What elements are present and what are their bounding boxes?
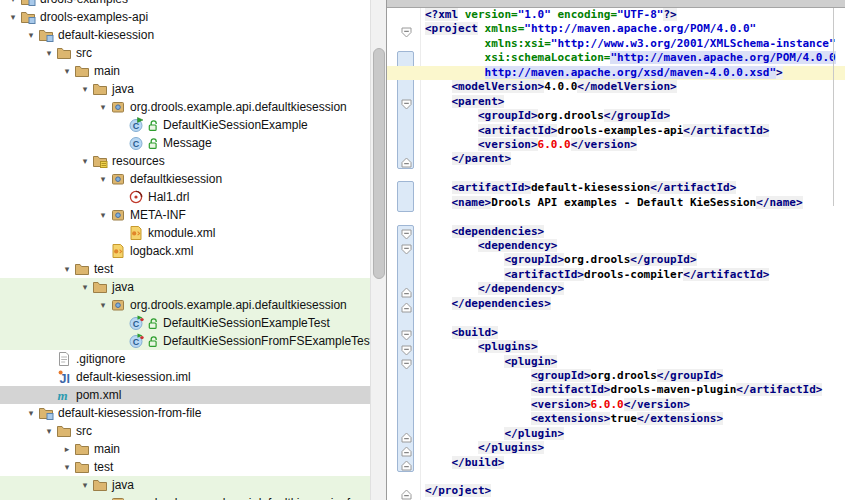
code-token: <parent> — [452, 95, 505, 108]
resources-folder-icon — [92, 153, 108, 169]
tree-row[interactable]: ▾org.drools.example.api.defaultkiesessio… — [0, 494, 370, 500]
code-token: org.drools — [591, 369, 657, 382]
code-token: <artifactId> — [478, 124, 557, 137]
tree-row[interactable]: ▾default-kiesession — [0, 26, 370, 44]
code-token: "http://maven.apache.org/POM/4.0.0 — [610, 51, 835, 64]
tree-item-label: org.drools.example.api.defaultkiesession — [130, 296, 353, 314]
svg-text:C: C — [133, 139, 140, 149]
tree-row[interactable]: CDefaultKieSessionExampleTest — [0, 314, 370, 332]
chevron-down-icon[interactable]: ▾ — [24, 26, 38, 44]
code-line: <dependency> — [387, 239, 845, 253]
tree-item-label: org.drools.example.api.defaultkiesession… — [130, 494, 370, 500]
code-token — [425, 427, 504, 440]
code-token: </groupId> — [657, 369, 723, 382]
chevron-down-icon[interactable]: ▾ — [96, 206, 110, 224]
class-icon: C — [128, 135, 144, 151]
tree-row[interactable]: ▾java — [0, 476, 370, 494]
tree-row[interactable]: ▾org.drools.example.api.defaultkiesessio… — [0, 98, 370, 116]
tree-row[interactable]: CMessage — [0, 134, 370, 152]
code-token: </parent> — [452, 152, 512, 165]
code-token: </version> — [571, 138, 637, 151]
code-line: <artifactId>drools-compiler</artifactId> — [387, 268, 845, 282]
tree-row[interactable]: ▾default-kiesession-from-file — [0, 404, 370, 422]
tree-item-label: DefaultKieSessionExampleTest — [163, 314, 336, 332]
code-line — [387, 311, 845, 325]
tree-row[interactable]: ▾drools-examples-api — [0, 8, 370, 26]
tree-row[interactable]: kmodule.xml — [0, 224, 370, 242]
chevron-down-icon[interactable]: ▾ — [60, 260, 74, 278]
tree-row[interactable]: .gitignore — [0, 350, 370, 368]
code-line: </plugin> — [387, 427, 845, 441]
unlocked-lock-icon — [148, 317, 159, 330]
unlocked-lock-icon — [148, 137, 159, 150]
chevron-down-icon[interactable]: ▾ — [96, 98, 110, 116]
code-line: <plugin> — [387, 355, 845, 369]
code-token: default-kiesession — [531, 181, 650, 194]
chevron-right-icon[interactable]: ▸ — [60, 440, 74, 458]
chevron-down-icon[interactable]: ▾ — [6, 8, 20, 26]
tree-item-label: default-kiesession.iml — [76, 368, 197, 386]
chevron-down-icon[interactable]: ▾ — [96, 170, 110, 188]
tree-row[interactable]: mpom.xml — [0, 386, 370, 404]
code-token — [425, 282, 478, 295]
code-line: <groupId>org.drools</groupId> — [387, 109, 845, 123]
tree-row[interactable]: ▾org.drools.example.api.defaultkiesessio… — [0, 296, 370, 314]
code-line: <parent> — [387, 95, 845, 109]
tree-row[interactable]: ▾java — [0, 80, 370, 98]
tree-scrollbar-track[interactable] — [370, 0, 387, 500]
code-token: </artifactId> — [683, 124, 769, 137]
chevron-down-icon[interactable]: ▾ — [96, 296, 110, 314]
code-line: <groupId>org.drools</groupId> — [387, 253, 845, 267]
chevron-down-icon[interactable]: ▾ — [78, 152, 92, 170]
chevron-down-icon[interactable]: ▾ — [96, 494, 110, 500]
chevron-down-icon[interactable]: ▾ — [60, 458, 74, 476]
tree-row[interactable]: Hal1.drl — [0, 188, 370, 206]
tree-row[interactable]: ▾defaultkiesession — [0, 170, 370, 188]
tree-row[interactable]: ▾META-INF — [0, 206, 370, 224]
chevron-down-icon[interactable]: ▾ — [78, 476, 92, 494]
drl-file-icon — [128, 189, 144, 205]
tree-row[interactable]: ▾drools-examples — [0, 0, 370, 8]
tree-item-label: DefaultKieSessionFromFSExampleTest — [163, 332, 370, 350]
tree-row[interactable]: ▾test — [0, 458, 370, 476]
tree-row[interactable]: Jldefault-kiesession.iml — [0, 368, 370, 386]
tree-row[interactable]: ▾src — [0, 422, 370, 440]
code-area[interactable]: <?xml version="1.0" encoding="UTF-8"?><p… — [387, 8, 845, 499]
tree-row[interactable]: ▾resources — [0, 152, 370, 170]
code-token: </plugin> — [504, 427, 564, 440]
tree-item-label: test — [94, 458, 119, 476]
chevron-down-icon[interactable]: ▾ — [78, 80, 92, 98]
tree-row[interactable]: logback.xml — [0, 242, 370, 260]
chevron-down-icon[interactable]: ▾ — [6, 0, 20, 8]
tree-scrollbar-thumb[interactable] — [373, 48, 385, 279]
chevron-down-icon[interactable]: ▾ — [42, 422, 56, 440]
tree-item-label: Hal1.drl — [148, 188, 195, 206]
tree-row[interactable]: ▾src — [0, 44, 370, 62]
chevron-down-icon[interactable]: ▾ — [78, 278, 92, 296]
test-class-icon: C — [128, 315, 144, 331]
chevron-down-icon[interactable]: ▾ — [24, 404, 38, 422]
project-tree-panel[interactable]: ▾drools-examples▾drools-examples-api▾def… — [0, 0, 370, 500]
code-token — [458, 8, 465, 21]
tree-row[interactable]: CDefaultKieSessionExample — [0, 116, 370, 134]
package-icon — [110, 207, 126, 223]
editor-pane[interactable]: <?xml version="1.0" encoding="UTF-8"?><p… — [387, 0, 845, 500]
code-token — [425, 95, 452, 108]
chevron-down-icon[interactable]: ▾ — [42, 44, 56, 62]
code-line: </project> — [387, 484, 845, 498]
package-icon — [110, 495, 126, 500]
chevron-down-icon[interactable]: ▾ — [60, 62, 74, 80]
code-token: <extensions> — [531, 412, 610, 425]
folder-icon — [92, 477, 108, 493]
tree-row[interactable]: CDefaultKieSessionFromFSExampleTest — [0, 332, 370, 350]
code-token — [425, 37, 485, 50]
tree-item-label: .gitignore — [76, 350, 131, 368]
tree-row[interactable]: ▾test — [0, 260, 370, 278]
tree-item-label: default-kiesession-from-file — [58, 404, 207, 422]
code-line: <modelVersion>4.0.0</modelVersion> — [387, 80, 845, 94]
tree-row[interactable]: ▸main — [0, 440, 370, 458]
tree-row[interactable]: ▾java — [0, 278, 370, 296]
tree-row[interactable]: ▾main — [0, 62, 370, 80]
code-token: </groupId> — [604, 109, 670, 122]
code-token — [425, 441, 478, 454]
